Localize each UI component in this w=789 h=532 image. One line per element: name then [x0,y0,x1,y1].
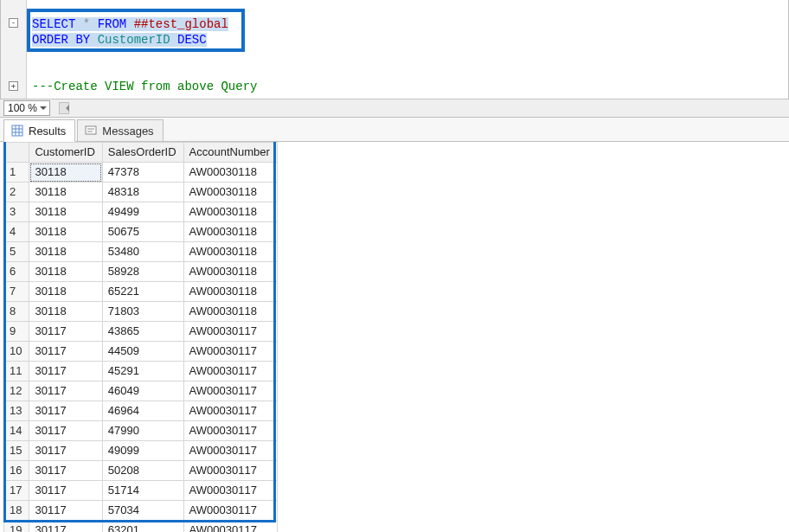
cell-accountnumber[interactable]: AW00030117 [183,322,277,342]
cell-accountnumber[interactable]: AW00030118 [183,302,277,322]
row-number-cell[interactable]: 9 [4,322,29,342]
row-number-cell[interactable]: 17 [4,481,29,501]
table-row[interactable]: 133011746964AW00030117 [4,401,278,421]
cell-customerid[interactable]: 30118 [29,163,102,183]
row-number-cell[interactable]: 1 [4,163,29,183]
col-header-accountnumber[interactable]: AccountNumber [183,143,277,163]
cell-salesorderid[interactable]: 46049 [102,381,183,401]
cell-salesorderid[interactable]: 44509 [102,342,183,362]
zoom-level-select[interactable]: 100 % [3,100,50,116]
cell-customerid[interactable]: 30117 [29,521,102,533]
cell-customerid[interactable]: 30118 [29,242,102,262]
row-number-cell[interactable]: 5 [4,242,29,262]
tab-results[interactable]: Results [3,119,75,142]
cell-customerid[interactable]: 30118 [29,222,102,242]
cell-accountnumber[interactable]: AW00030117 [183,461,277,481]
cell-customerid[interactable]: 30117 [29,421,102,441]
cell-customerid[interactable]: 30118 [29,262,102,282]
cell-salesorderid[interactable]: 48318 [102,183,183,202]
code-line-1[interactable]: SELECT * FROM ##test_global [27,16,788,32]
cell-salesorderid[interactable]: 49099 [102,441,183,461]
cell-customerid[interactable]: 30118 [29,202,102,222]
cell-customerid[interactable]: 30117 [29,322,102,342]
tab-messages[interactable]: Messages [77,119,163,142]
cell-salesorderid[interactable]: 49499 [102,202,183,222]
row-number-cell[interactable]: 16 [4,461,29,481]
cell-accountnumber[interactable]: AW00030117 [183,441,277,461]
row-number-cell[interactable]: 10 [4,342,29,362]
row-number-cell[interactable]: 15 [4,441,29,461]
cell-accountnumber[interactable]: AW00030117 [183,401,277,421]
table-row[interactable]: 163011750208AW00030117 [4,461,278,481]
cell-salesorderid[interactable]: 65221 [102,282,183,302]
table-row[interactable]: 73011865221AW00030118 [4,282,278,302]
cell-salesorderid[interactable]: 57034 [102,501,183,521]
cell-customerid[interactable]: 30118 [29,302,102,322]
row-number-cell[interactable]: 4 [4,222,29,242]
cell-salesorderid[interactable]: 46964 [102,401,183,421]
table-row[interactable]: 143011747990AW00030117 [4,421,278,441]
cell-salesorderid[interactable]: 47990 [102,421,183,441]
cell-customerid[interactable]: 30117 [29,342,102,362]
cell-accountnumber[interactable]: AW00030118 [183,262,277,282]
cell-accountnumber[interactable]: AW00030117 [183,342,277,362]
table-row[interactable]: 173011751714AW00030117 [4,481,278,501]
table-row[interactable]: 183011757034AW00030117 [4,501,278,521]
cell-accountnumber[interactable]: AW00030117 [183,421,277,441]
cell-salesorderid[interactable]: 51714 [102,481,183,501]
table-row[interactable]: 43011850675AW00030118 [4,222,278,242]
row-number-cell[interactable]: 2 [4,183,29,202]
cell-customerid[interactable]: 30117 [29,381,102,401]
cell-accountnumber[interactable]: AW00030118 [183,242,277,262]
row-number-cell[interactable]: 3 [4,202,29,222]
table-row[interactable]: 93011743865AW00030117 [4,322,278,342]
cell-accountnumber[interactable]: AW00030117 [183,362,277,381]
cell-accountnumber[interactable]: AW00030117 [183,521,277,533]
cell-customerid[interactable]: 30117 [29,441,102,461]
code-line-2[interactable]: ORDER BY CustomerID DESC [27,32,788,48]
cell-customerid[interactable]: 30117 [29,362,102,381]
cell-accountnumber[interactable]: AW00030118 [183,183,277,202]
table-row[interactable]: 113011745291AW00030117 [4,362,278,381]
table-row[interactable]: 83011871803AW00030118 [4,302,278,322]
cell-salesorderid[interactable]: 53480 [102,242,183,262]
cell-salesorderid[interactable]: 50208 [102,461,183,481]
fold-toggle-1[interactable]: - [9,18,18,28]
cell-accountnumber[interactable]: AW00030117 [183,481,277,501]
cell-customerid[interactable]: 30117 [29,461,102,481]
fold-toggle-2[interactable]: + [9,81,18,91]
cell-accountnumber[interactable]: AW00030117 [183,381,277,401]
row-number-cell[interactable]: 11 [4,362,29,381]
sql-editor-pane[interactable]: - + SELECT * FROM ##test_global ORDER BY… [0,0,789,99]
col-header-salesorderid[interactable]: SalesOrderID [102,143,183,163]
row-number-cell[interactable]: 14 [4,421,29,441]
table-row[interactable]: 103011744509AW00030117 [4,342,278,362]
cell-customerid[interactable]: 30117 [29,481,102,501]
cell-salesorderid[interactable]: 47378 [102,163,183,183]
cell-salesorderid[interactable]: 43865 [102,322,183,342]
cell-customerid[interactable]: 30118 [29,183,102,202]
table-row[interactable]: 33011849499AW00030118 [4,202,278,222]
cell-customerid[interactable]: 30117 [29,501,102,521]
cell-accountnumber[interactable]: AW00030118 [183,163,277,183]
cell-accountnumber[interactable]: AW00030117 [183,501,277,521]
zoom-nav-button[interactable] [59,102,69,114]
row-number-cell[interactable]: 12 [4,381,29,401]
rownum-header[interactable] [4,143,29,163]
row-number-cell[interactable]: 8 [4,302,29,322]
cell-customerid[interactable]: 30118 [29,282,102,302]
table-row[interactable]: 53011853480AW00030118 [4,242,278,262]
cell-accountnumber[interactable]: AW00030118 [183,282,277,302]
table-row[interactable]: 123011746049AW00030117 [4,381,278,401]
row-number-cell[interactable]: 13 [4,401,29,421]
row-number-cell[interactable]: 7 [4,282,29,302]
col-header-customerid[interactable]: CustomerID [29,143,102,163]
row-number-cell[interactable]: 6 [4,262,29,282]
row-number-cell[interactable]: 19 [4,521,29,533]
row-number-cell[interactable]: 18 [4,501,29,521]
results-grid[interactable]: CustomerID SalesOrderID AccountNumber 13… [3,142,278,532]
table-row[interactable]: 193011763201AW00030117 [4,521,278,533]
cell-accountnumber[interactable]: AW00030118 [183,202,277,222]
table-row[interactable]: 63011858928AW00030118 [4,262,278,282]
cell-customerid[interactable]: 30117 [29,401,102,421]
